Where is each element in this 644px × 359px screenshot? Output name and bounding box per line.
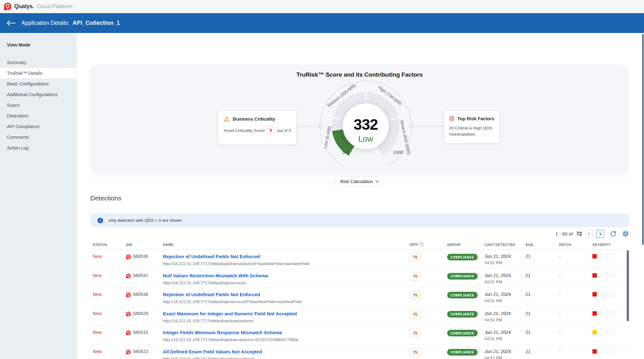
info-icon: i [97, 218, 103, 223]
table-row[interactable]: New 580523 All Defined Enum Field Values… [90, 345, 629, 359]
pagination-total: 72 [576, 231, 582, 237]
severity-cell [590, 345, 629, 359]
detected-time: 04:51 PM [485, 280, 523, 284]
severity-empty-square [597, 254, 602, 258]
severity-empty-square [611, 349, 616, 354]
detection-name-cell: Rejection of Undefined Fields Not Enforc… [160, 288, 407, 307]
refresh-icon [610, 231, 617, 237]
detection-name-link[interactable]: Exact Maximum for Integer and Numeric Fi… [163, 311, 297, 316]
sidebar-item-api-compliance[interactable]: API Compliance [0, 121, 76, 132]
sidebar-item-basic-configurations[interactable]: Basic Configurations [0, 79, 76, 89]
qds-cell: 75 [407, 307, 445, 326]
detection-name-cell: Integer Fields Minimum Response Mismatch… [160, 326, 407, 345]
table-header-row: STATUS QID NAME QDS i GROUP LAST DETECTE… [90, 239, 629, 250]
patch-cell: - [557, 326, 590, 345]
qds-score-box: 75 [410, 291, 420, 299]
detected-date: Jun 21, 2024 [485, 273, 523, 278]
asset-criticality-score: 5 [267, 127, 275, 134]
sidebar-item-summary[interactable]: Summary [0, 57, 76, 68]
previous-page-button[interactable] [585, 230, 593, 238]
table-row[interactable]: New 580515 Integer Fields Minimum Respon… [90, 326, 629, 345]
detection-name-link[interactable]: Integer Fields Minimum Response Mismatch… [163, 330, 282, 335]
qds-cell: 75 [407, 269, 445, 288]
detected-date: Jun 21, 2024 [485, 292, 523, 297]
table-settings-button[interactable] [622, 231, 629, 237]
column-header-group[interactable]: GROUP [445, 243, 482, 249]
qid-value: 580523 [133, 349, 148, 354]
severity-empty-square [602, 273, 606, 278]
group-cell: COMPLIANCE [445, 288, 482, 307]
top-risk-factors-card: Top Risk Factors 20 Critical & High QDS … [444, 111, 499, 143]
column-header-age[interactable]: AGE [523, 243, 557, 249]
page-scrollbar-thumb[interactable] [642, 34, 644, 245]
qds-score-box: 75 [410, 310, 420, 318]
column-header-patch[interactable]: PATCH [557, 243, 590, 249]
detections-info-message: only detection with QDS > 0 are shown. [108, 218, 183, 223]
detected-time: 04:51 PM [485, 298, 523, 303]
gauge-scale-min: 0 [337, 150, 350, 155]
detection-name-link[interactable]: Null Values Restriction Mismatch With Sc… [163, 273, 268, 278]
severity-bar [592, 349, 629, 354]
sidebar-item-comments[interactable]: Comments [0, 132, 76, 143]
severity-bar [592, 330, 629, 335]
detection-url: http://18.222.51.109:7717/default/api/tr… [163, 337, 407, 342]
table-scrollbar-thumb[interactable] [627, 250, 629, 321]
age-cell: 21 [523, 326, 557, 345]
column-header-last-detected[interactable]: LAST DETECTED [482, 243, 523, 249]
severity-empty-square [607, 292, 611, 296]
status-badge: New [90, 269, 123, 288]
detection-name-link[interactable]: All Defined Enum Field Values Not Accept… [163, 349, 262, 354]
brand-name: Qualys. [14, 3, 34, 10]
qds-info-icon[interactable]: i [419, 242, 424, 247]
severity-bar [592, 254, 629, 258]
main-content: TruRisk™ Score and its Contributing Fact… [76, 33, 644, 359]
detection-name-cell: Null Values Restriction Mismatch With Sc… [160, 269, 407, 288]
detection-url: http://18.222.51.109:7717/default/api/ac… [163, 299, 407, 304]
group-badge: COMPLIANCE [447, 273, 478, 280]
product-name: Cloud Platform [36, 3, 73, 10]
severity-empty-square [611, 273, 616, 278]
severity-filled-square [592, 330, 597, 335]
column-header-qds[interactable]: QDS i [407, 242, 445, 249]
status-badge: New [90, 307, 123, 326]
next-page-button[interactable] [596, 230, 604, 238]
qualys-qid-icon [126, 292, 131, 297]
table-row[interactable]: New 580538 Rejection of Undefined Fields… [90, 250, 629, 269]
trurisk-score-value: 332 [334, 116, 397, 133]
column-header-qid[interactable]: QID [123, 243, 160, 249]
business-criticality-title: Business Criticality [233, 116, 275, 122]
sidebar-item-trurisk-details[interactable]: TruRisk™ Details [0, 68, 76, 79]
risk-calculation-toggle[interactable]: Risk Calculation [335, 177, 384, 187]
sidebar-menu: SummaryTruRisk™ DetailsBasic Configurati… [0, 57, 76, 153]
last-detected-cell: Jun 21, 2024 04:51 PM [482, 250, 523, 269]
severity-empty-square [602, 349, 606, 354]
asset-criticality-suffix: out of 5 [277, 128, 291, 133]
table-row[interactable]: New 580541 Null Values Restriction Misma… [90, 269, 629, 288]
gauge-right-node [410, 125, 413, 128]
severity-empty-square [602, 311, 606, 316]
column-header-severity[interactable]: SEVERITY [590, 243, 629, 249]
sidebar-item-additional-configurations[interactable]: Additional Configurations [0, 89, 76, 100]
qualys-qid-icon [126, 254, 131, 259]
qualys-qid-icon [126, 330, 131, 335]
detection-name-link[interactable]: Rejection of Undefined Fields Not Enforc… [163, 292, 260, 297]
qualys-logo-icon[interactable] [3, 2, 12, 11]
patch-cell: - [557, 307, 590, 326]
sidebar-item-scans[interactable]: Scans [0, 100, 76, 111]
sidebar-item-detections[interactable]: Detections [0, 111, 76, 121]
detections-title: Detections [90, 194, 121, 202]
qid-value: 580538 [133, 292, 148, 297]
detection-name-link[interactable]: Rejection of Undefined Fields Not Enforc… [163, 254, 260, 259]
column-header-status[interactable]: STATUS [90, 243, 123, 249]
refresh-button[interactable] [610, 231, 617, 237]
severity-empty-square [611, 254, 616, 258]
group-cell: COMPLIANCE [445, 307, 482, 326]
back-button[interactable] [6, 19, 17, 27]
table-row[interactable]: New 580529 Exact Maximum for Integer and… [90, 307, 629, 326]
detected-date: Jun 21, 2024 [485, 254, 523, 259]
table-row[interactable]: New 580538 Rejection of Undefined Fields… [90, 288, 629, 307]
qid-value: 580538 [133, 254, 148, 259]
sidebar-item-action-log[interactable]: Action Log [0, 143, 76, 153]
severity-empty-square [611, 311, 616, 316]
column-header-name[interactable]: NAME [160, 243, 407, 249]
